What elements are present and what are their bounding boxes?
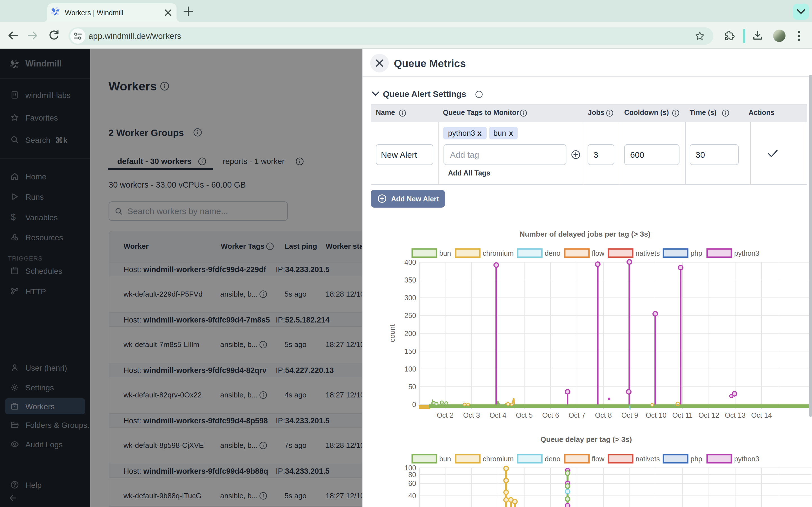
svg-text:deno: deno [545,249,560,257]
svg-text:Queue delay per tag (> 3s): Queue delay per tag (> 3s) [541,435,632,444]
svg-text:php: php [691,249,702,257]
svg-text:bun: bun [439,455,451,463]
svg-text:Oct 9: Oct 9 [621,411,638,419]
svg-text:400: 400 [404,258,416,266]
svg-text:nativets: nativets [636,249,660,257]
svg-text:count: count [388,324,396,342]
svg-text:Oct 13: Oct 13 [725,411,746,419]
svg-text:Oct 8: Oct 8 [595,411,612,419]
svg-text:Oct 11: Oct 11 [672,411,693,419]
svg-text:bun: bun [439,249,451,257]
svg-text:100: 100 [404,365,416,373]
svg-text:300: 300 [404,294,416,302]
svg-text:deno: deno [545,455,560,463]
svg-text:40: 40 [408,492,416,500]
svg-text:nativets: nativets [636,455,660,463]
svg-text:Oct 10: Oct 10 [646,411,666,419]
svg-text:chromium: chromium [483,455,514,463]
svg-text:chromium: chromium [483,249,514,257]
svg-text:flow: flow [592,455,605,463]
svg-text:150: 150 [404,347,416,355]
svg-text:0: 0 [412,400,416,408]
svg-text:python3: python3 [734,455,759,463]
svg-text:flow: flow [592,249,605,257]
svg-text:Oct 5: Oct 5 [516,411,533,419]
svg-text:Number of delayed jobs per tag: Number of delayed jobs per tag (> 3s) [520,230,651,238]
svg-text:Oct 2: Oct 2 [437,411,454,419]
svg-text:Oct 6: Oct 6 [542,411,559,419]
svg-text:Oct 3: Oct 3 [463,411,480,419]
svg-text:80: 80 [408,471,416,478]
svg-text:python3: python3 [734,249,759,257]
svg-text:250: 250 [404,312,416,320]
svg-text:Oct 4: Oct 4 [490,411,506,419]
svg-text:350: 350 [404,276,416,284]
svg-text:Oct 12: Oct 12 [698,411,719,419]
svg-text:50: 50 [408,383,416,391]
svg-text:60: 60 [408,480,416,487]
svg-text:200: 200 [404,330,416,337]
svg-text:Oct 7: Oct 7 [569,411,586,419]
svg-text:php: php [691,455,702,463]
svg-text:Oct 14: Oct 14 [751,411,772,419]
